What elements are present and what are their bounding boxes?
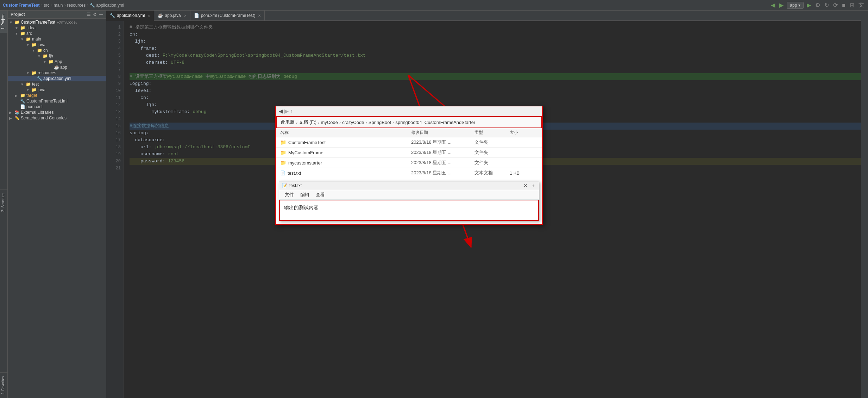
panel-menu-button[interactable]: ☰ [87,12,91,17]
top-bar: CustomFrameTest › src › main › resources… [0,0,868,11]
frame-button[interactable]: ⊞ [849,1,855,9]
yaml-file-icon: 🔧 [37,76,42,81]
breadcrumb-main: main [54,3,63,8]
folder-icon: 📁 [31,70,37,75]
code-line-10: level: [130,87,861,94]
np-controls: ✕ + [522,183,536,188]
structure-tab[interactable]: Z: Structure [0,189,7,215]
np-menu-file[interactable]: 文件 [282,191,297,199]
forward-button[interactable]: ▶ [778,1,785,9]
toolbar-actions: ◀ ▶ app ▾ ▶ ⚙ ↻ ⟳ ■ ⊞ 文 [770,1,865,10]
np-add-btn[interactable]: + [530,183,536,188]
folder-icon: 📁 [20,25,25,30]
tree-item-customframetest[interactable]: ▼ 📁 CustomFrameTest F:\myCode\ [8,19,106,25]
folder-icon: 📁 [42,54,48,58]
np-menubar: 文件 编辑 查看 [279,190,539,200]
fe-row-1[interactable]: 📁MyCustomFrame 2023/8/18 星期五 ... 文件夹 [276,148,542,158]
breadcrumb-src: src [44,3,49,8]
refresh-button[interactable]: ⟳ [832,1,839,9]
tree-item-java[interactable]: ▼ 📁 java [8,42,106,48]
back-button[interactable]: ◀ [770,1,776,9]
translate-button[interactable]: 文 [857,1,865,10]
fe-forward-btn[interactable]: ▶ [284,108,289,114]
tree-item-pom[interactable]: ▶ 📄 pom.xml [8,104,106,110]
close-tab-yaml[interactable]: ✕ [147,14,150,18]
run-button[interactable]: ▶ [806,1,812,9]
breadcrumb-file: 🔧 application.yml [90,3,124,8]
breadcrumb: CustomFrameTest › src › main › resources… [3,3,768,8]
tab-bar: 🔧 application.yml ✕ ☕ app.java ✕ 📄 pom.x… [106,11,861,21]
tree-item-target[interactable]: ▶ 📁 target [8,93,106,98]
folder-icon: 📁 [20,31,25,36]
code-line-8: # 设置第三方框架MyCustomFrame 中myCustomFrame 包的… [130,73,861,80]
editor-area: 🔧 application.yml ✕ ☕ app.java ✕ 📄 pom.x… [106,11,861,398]
panel-settings-button[interactable]: ⚙ [93,12,97,17]
project-name: CustomFrameTest [3,3,39,8]
folder-icon: 📁 [37,48,42,53]
project-panel-header: Project ☰ ⚙ — [8,11,106,19]
folder-icon: 📁 [48,59,54,64]
pom-icon: 📄 [20,104,25,109]
tree-item-app-folder[interactable]: ▼ 📁 App [8,59,106,64]
folder-icon: 📁 [25,37,31,42]
scratches-icon: ✏️ [14,116,20,120]
favorites-tab[interactable]: 2: Favorites [0,372,7,398]
np-close-btn[interactable]: ✕ [522,183,529,188]
tree-item-external-libraries[interactable]: ▶ 📚 External Libraries [8,110,106,115]
tree-item-resources[interactable]: ▼ 📁 resources [8,70,106,76]
project-panel: Project ☰ ⚙ — ▼ 📁 CustomFrameTest F:\myC… [8,11,106,398]
np-menu-edit[interactable]: 编辑 [297,191,312,199]
close-tab-java[interactable]: ✕ [184,14,187,18]
code-line-7 [130,66,861,73]
breadcrumb-resources: resources [67,3,86,8]
tree-item-ljh[interactable]: ▼ 📁 ljh [8,53,106,59]
np-titlebar: 📝 test.txt ✕ + [279,181,539,190]
stop-button[interactable]: ■ [841,1,847,9]
code-line-1: # 指定第三方框架输出数据到哪个文件夹 [130,24,861,31]
fe-up-btn[interactable]: ↑ [290,108,293,114]
build-button[interactable]: ⚙ [814,1,821,9]
project-tree: ▼ 📁 CustomFrameTest F:\myCode\ ▼ 📁 .idea… [8,19,106,398]
java-file-icon: ☕ [54,65,59,70]
tree-item-scratches[interactable]: ▶ ✏️ Scratches and Consoles [8,115,106,121]
notepad-window: 📝 test.txt ✕ + 文件 编辑 查看 输出的测试内容 [279,181,539,221]
fe-row-0[interactable]: 📁CustomFrameTest 2023/8/18 星期五 ... 文件夹 [276,137,542,148]
code-line-6: charset: UTF-8 [130,59,861,66]
file-explorer-window: ◀ ▶ ↑ 此电脑 › 文档 (F:) › myCode › crazyCode… [275,106,543,225]
left-sidebar-tabs: 1: Project Z: Structure 2: Favorites [0,11,8,398]
run-config-selector[interactable]: app ▾ [787,2,804,9]
folder-icon: 📁 [31,42,37,47]
folder-icon: 📁 [280,150,286,155]
tree-item-idea[interactable]: ▼ 📁 .idea [8,25,106,31]
code-line-11: cn: [130,94,861,101]
np-menu-view[interactable]: 查看 [313,191,328,199]
fe-back-btn[interactable]: ◀ [279,108,283,114]
np-title: 📝 test.txt [282,183,519,188]
tree-item-test-java[interactable]: ▼ 📁 java [8,87,106,93]
close-tab-pom[interactable]: ✕ [258,14,261,18]
fe-row-2[interactable]: 📁mycustomstarter 2023/8/18 星期五 ... 文件夹 [276,158,542,168]
tab-app-java[interactable]: ☕ app.java ✕ [154,11,190,20]
code-line-2: cn: [130,31,861,38]
tree-item-iml[interactable]: ▶ 🔧 CustomFrameTest.iml [8,98,106,104]
tree-item-application-yml[interactable]: ▶ 🔧 application.yml [8,76,106,81]
tab-pom-xml[interactable]: 📄 pom.xml (CustomFrameTest) ✕ [190,11,265,20]
fe-breadcrumb: 此电脑 › 文档 (F:) › myCode › crazyCode › Spr… [279,118,539,126]
right-sidebar [861,11,868,398]
update-button[interactable]: ↻ [823,1,830,9]
iml-icon: 🔧 [20,99,25,104]
tree-item-src[interactable]: ▼ 📁 src [8,31,106,36]
folder-icon: 📁 [20,93,25,98]
tree-item-app-java[interactable]: ▶ ☕ app [8,64,106,70]
fe-row-3[interactable]: 📄test.txt 2023/8/18 星期五 ... 文本文档 1 KB [276,168,542,178]
tree-item-main[interactable]: ▼ 📁 main [8,36,106,42]
tab-application-yml[interactable]: 🔧 application.yml ✕ [106,11,154,21]
np-content: 输出的测试内容 [279,200,539,221]
panel-minimize-button[interactable]: — [99,12,103,17]
project-tab[interactable]: 1: Project [0,11,7,33]
folder-icon: 📁 [25,82,31,87]
code-line-4: frame: [130,45,861,52]
fe-toolbar: ◀ ▶ ↑ [276,106,542,116]
tree-item-cn[interactable]: ▼ 📁 cn [8,48,106,53]
tree-item-test[interactable]: ▼ 📁 test [8,81,106,87]
